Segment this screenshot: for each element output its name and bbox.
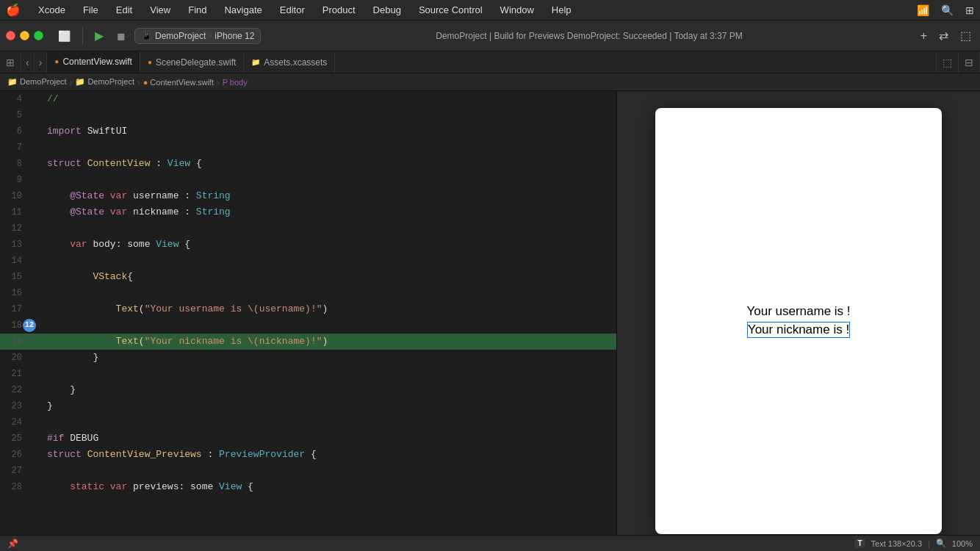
code-content[interactable]: #if DEBUG (44, 431, 616, 447)
code-token (82, 158, 87, 169)
menubar-edit[interactable]: Edit (113, 3, 135, 17)
code-content[interactable]: // (44, 91, 616, 107)
breadcrumb-file[interactable]: ● ContentView.swift (143, 78, 214, 87)
tab-spacer (335, 51, 936, 73)
search-icon[interactable]: 🔍 (941, 4, 954, 16)
run-button[interactable]: ▶ (90, 26, 108, 46)
code-content[interactable] (44, 463, 616, 479)
code-content[interactable]: @State var username : String (44, 188, 616, 204)
code-token: ) (322, 336, 328, 347)
breadcrumb-group[interactable]: 📁 DemoProject (75, 77, 134, 87)
code-content[interactable]: Text("Your username is \(username)!") (44, 301, 616, 317)
toolbar: ⬜ ▶ ◼ 📱 DemoProject › iPhone 12 DemoProj… (0, 21, 980, 51)
breadcrumb-current-label: body (230, 78, 248, 87)
code-line: 27 (0, 463, 616, 479)
code-content[interactable]: } (44, 398, 616, 414)
scheme-selector[interactable]: 📱 DemoProject › iPhone 12 (134, 28, 261, 44)
menubar-debug[interactable]: Debug (370, 3, 404, 17)
code-token: : some (179, 481, 219, 492)
tab-scenedelegate[interactable]: ● SceneDelegate.swift (140, 51, 244, 73)
code-content[interactable] (44, 253, 616, 269)
menubar-product[interactable]: Product (320, 3, 359, 17)
code-content[interactable] (44, 285, 616, 301)
menubar-window[interactable]: Window (497, 3, 537, 17)
code-content[interactable]: import SwiftUI (44, 123, 616, 140)
line-number: 27 (0, 463, 29, 479)
wifi-icon[interactable]: 📶 (917, 4, 929, 16)
sidebar-toggle-button[interactable]: ⬜ (54, 27, 75, 45)
chevron-right-icon: › (209, 31, 212, 41)
menubar-find[interactable]: Find (185, 3, 209, 17)
tab-nav-back[interactable]: ‹ (21, 51, 35, 73)
stop-button[interactable]: ◼ (112, 27, 130, 45)
line-number: 19 (0, 334, 29, 350)
code-line: 13 var body: some View { (0, 237, 616, 253)
code-line: 4// (0, 91, 616, 107)
minimap-btn[interactable]: ⊟ (959, 51, 980, 73)
menubar-view[interactable]: View (147, 3, 173, 17)
tab-assets[interactable]: 📁 Assets.xcassets (244, 51, 335, 73)
line-number: 8 (0, 156, 29, 172)
editor-layout-btn[interactable]: ⬚ (936, 51, 959, 73)
split-editor-button[interactable]: ⇄ (936, 26, 951, 46)
code-content[interactable]: Text("Your nickname is \(nickname)!") (44, 334, 616, 350)
code-content[interactable] (44, 414, 616, 431)
code-token (82, 449, 87, 460)
code-line: 8struct ContentView : View { (0, 156, 616, 172)
build-status: DemoProject | Build for Previews DemoPro… (265, 31, 912, 41)
breadcrumb-project[interactable]: 📁 DemoProject (7, 77, 67, 87)
code-line: 26struct ContentView_Previews : PreviewP… (0, 447, 616, 463)
breadcrumb: 📁 DemoProject › 📁 DemoProject › ● Conten… (0, 73, 980, 91)
add-button[interactable]: + (918, 26, 930, 46)
preview-nickname-text: Your nickname is ! (747, 322, 850, 338)
maximize-button[interactable] (34, 31, 43, 40)
code-token: static var (47, 481, 133, 492)
code-content[interactable]: struct ContentView : View { (44, 156, 616, 172)
assets-folder-icon: 📁 (251, 58, 260, 66)
tab-contentview[interactable]: ● ContentView.swift (47, 51, 140, 73)
code-content[interactable] (44, 140, 616, 156)
code-line: 9 (0, 172, 616, 188)
breadcrumb-current[interactable]: P body (223, 78, 248, 87)
menubar-file[interactable]: File (80, 3, 101, 17)
line-number: 23 (0, 398, 29, 414)
code-token: ContentView_Previews (87, 449, 202, 460)
tab-nav-forward[interactable]: › (35, 51, 48, 73)
code-content[interactable] (44, 172, 616, 188)
code-content[interactable] (44, 317, 616, 334)
line-number: 7 (0, 140, 29, 156)
size-info: Text 138×20.3 (871, 539, 922, 548)
menubar-editor[interactable]: Editor (277, 3, 308, 17)
breadcrumb-sep-3: › (217, 78, 220, 87)
close-button[interactable] (6, 31, 15, 40)
minimize-button[interactable] (20, 31, 29, 40)
apple-menu-icon[interactable]: 🍎 (6, 3, 21, 17)
code-content[interactable]: struct ContentView_Previews : PreviewPro… (44, 447, 616, 463)
code-content[interactable]: VStack{ (44, 269, 616, 285)
menubar-help[interactable]: Help (549, 3, 574, 17)
code-content[interactable]: @State var nickname : String (44, 204, 616, 220)
code-line: 23} (0, 398, 616, 414)
code-content[interactable]: } (44, 382, 616, 398)
code-content[interactable] (44, 107, 616, 123)
menubar-xcode[interactable]: Xcode (35, 3, 68, 17)
menubar-navigate[interactable]: Navigate (221, 3, 264, 17)
code-token: ) (322, 303, 328, 314)
code-content[interactable]: static var previews: some View { (44, 479, 616, 495)
code-content[interactable] (44, 366, 616, 382)
pin-icon[interactable]: 📌 (7, 539, 18, 549)
tab-group-grid[interactable]: ⊞ (0, 51, 21, 73)
zoom-out-icon[interactable]: 🔍 (936, 539, 946, 548)
zoom-separator: | (928, 539, 930, 548)
code-content[interactable]: } (44, 350, 616, 366)
code-editor[interactable]: 4//5 6import SwiftUI7 8struct ContentVie… (0, 91, 617, 551)
editor-scroll[interactable]: 4//5 6import SwiftUI7 8struct ContentVie… (0, 91, 616, 551)
code-token: "Your username is \(username)!" (145, 303, 323, 314)
control-center-icon[interactable]: ⊞ (965, 4, 974, 16)
build-status-text: DemoProject | Build for Previews DemoPro… (436, 31, 743, 41)
menubar-source-control[interactable]: Source Control (416, 3, 486, 17)
code-content[interactable]: var body: some View { (44, 237, 616, 253)
code-content[interactable] (44, 220, 616, 237)
layout-button[interactable]: ⬚ (957, 26, 974, 46)
code-token: PreviewProvider (219, 449, 305, 460)
